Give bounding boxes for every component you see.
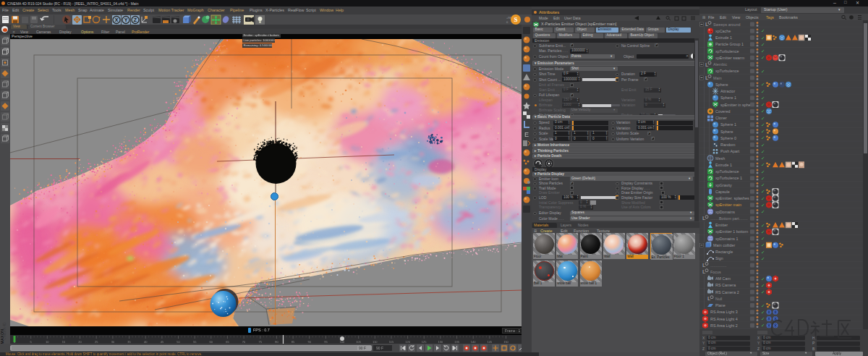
svg-text:90: 90 — [307, 340, 311, 344]
svg-text:✓: ✓ — [761, 242, 765, 247]
svg-text:Main collider: Main collider — [713, 243, 735, 247]
svg-text:✓: ✓ — [761, 169, 765, 174]
svg-text:Emitter: Emitter — [715, 223, 728, 227]
svg-text:70: 70 — [242, 340, 246, 344]
svg-text:Extrude 1: Extrude 1 — [715, 163, 732, 167]
svg-text:...............: ............... — [710, 263, 726, 268]
svg-text:xpDomains: xpDomains — [715, 210, 735, 214]
svg-text:✓: ✓ — [761, 162, 765, 167]
svg-text:RS Camera: RS Camera — [715, 283, 736, 287]
svg-text:25: 25 — [95, 340, 98, 344]
svg-text:75: 75 — [259, 340, 263, 344]
svg-text:spEmitter. splashes: spEmitter. splashes — [715, 196, 749, 200]
svg-text:✓: ✓ — [761, 135, 765, 140]
svg-text:xpDomains 1: xpDomains 1 — [715, 237, 738, 241]
svg-text:115: 115 — [389, 340, 394, 344]
svg-text:10: 10 — [46, 340, 49, 344]
svg-text:✓: ✓ — [761, 42, 765, 47]
svg-text:140: 140 — [471, 340, 476, 344]
svg-text:✓: ✓ — [761, 323, 765, 328]
svg-text:spEmitter main: spEmitter main — [715, 203, 741, 207]
svg-text:S: S — [514, 16, 517, 23]
svg-text:Sphere: Sphere — [720, 130, 733, 134]
svg-text:20: 20 — [78, 340, 82, 344]
svg-text:✓: ✓ — [761, 209, 765, 214]
svg-text:Rectangle: Rectangle — [715, 250, 733, 254]
svg-text:✓: ✓ — [761, 116, 765, 121]
svg-text:✓: ✓ — [761, 223, 765, 228]
svg-text:✓: ✓ — [761, 122, 765, 127]
svg-text:RS Camera 2: RS Camera 2 — [715, 290, 739, 294]
svg-text:✓: ✓ — [761, 149, 765, 154]
svg-text:Sphere 1: Sphere 1 — [720, 96, 736, 100]
svg-text:40: 40 — [144, 340, 148, 344]
svg-text:✓: ✓ — [761, 182, 765, 187]
svg-text:✓: ✓ — [761, 303, 765, 308]
svg-text:✓: ✓ — [761, 289, 765, 294]
svg-text:✓: ✓ — [761, 28, 765, 33]
svg-text:RS Area Light 3: RS Area Light 3 — [710, 310, 738, 314]
svg-text:Particle Group 1: Particle Group 1 — [715, 42, 744, 46]
svg-text:xpTurbulence: xpTurbulence — [715, 69, 739, 73]
svg-text:E: E — [524, 131, 529, 138]
svg-text:✓: ✓ — [761, 283, 765, 288]
svg-text:30: 30 — [111, 340, 115, 344]
svg-text:Null: Null — [715, 297, 722, 301]
svg-text:Focus: Focus — [710, 270, 721, 274]
svg-text:120: 120 — [405, 340, 410, 344]
svg-text:125: 125 — [422, 340, 427, 344]
svg-text:80: 80 — [275, 340, 278, 344]
svg-text:✓: ✓ — [761, 69, 765, 74]
svg-text:Z: Z — [134, 17, 137, 22]
svg-text:xpEmitter swarm: xpEmitter swarm — [715, 56, 745, 60]
svg-text:Sphere 0: Sphere 0 — [720, 136, 736, 140]
svg-text:Sphere: Sphere — [715, 82, 728, 87]
svg-text:45: 45 — [161, 340, 164, 344]
svg-text:xpEmitter 1 bottom: xpEmitter 1 bottom — [715, 229, 749, 234]
svg-text:✓: ✓ — [761, 276, 765, 281]
svg-text:Main: Main — [713, 76, 722, 80]
svg-text:Plane: Plane — [715, 303, 726, 308]
svg-text:Capsule: Capsule — [715, 190, 730, 194]
svg-text:✓: ✓ — [761, 156, 765, 161]
svg-text:Cloner: Cloner — [715, 116, 727, 120]
svg-text:xpCache: xpCache — [715, 29, 731, 33]
svg-text:Sweeps around: Sweeps around — [713, 22, 740, 27]
svg-text:130: 130 — [438, 340, 443, 344]
svg-text:55: 55 — [193, 340, 197, 344]
svg-text:150: 150 — [503, 340, 509, 344]
svg-text:RS Area Light 2: RS Area Light 2 — [710, 323, 738, 328]
svg-text:Attractor: Attractor — [720, 89, 736, 93]
svg-text:✓: ✓ — [761, 129, 765, 134]
svg-text:✓: ✓ — [761, 48, 765, 54]
svg-text:✓: ✓ — [761, 316, 765, 321]
svg-text:Sign: Sign — [715, 256, 723, 260]
svg-text:X: X — [115, 17, 119, 22]
svg-text:........Bottom part........: ........Bottom part........ — [710, 216, 748, 221]
svg-text:65: 65 — [226, 340, 229, 344]
svg-text:60: 60 — [210, 340, 213, 344]
svg-text:15: 15 — [62, 340, 66, 344]
svg-text:✓: ✓ — [761, 96, 765, 101]
svg-text:Mesh: Mesh — [715, 156, 725, 161]
svg-text:✓: ✓ — [761, 256, 765, 261]
svg-text:Y: Y — [124, 17, 128, 22]
svg-text:✓: ✓ — [761, 229, 765, 234]
svg-text:✓: ✓ — [761, 82, 765, 87]
svg-text:xpTurbulence 1: xpTurbulence 1 — [715, 176, 742, 180]
svg-text:135: 135 — [454, 340, 459, 344]
svg-text:✓: ✓ — [761, 176, 765, 181]
svg-text:110: 110 — [373, 340, 378, 344]
svg-text:spEmitter in sphere: spEmitter in sphere — [720, 103, 754, 107]
svg-text:xpTurbulence: xpTurbulence — [715, 169, 739, 174]
svg-text:Sphere 1: Sphere 1 — [720, 122, 736, 127]
svg-text:✓: ✓ — [761, 236, 765, 241]
svg-text:85: 85 — [292, 340, 295, 344]
svg-text:✓: ✓ — [761, 196, 765, 201]
svg-text:✓: ✓ — [761, 250, 765, 255]
svg-text:✓: ✓ — [761, 35, 765, 41]
svg-text:145: 145 — [488, 340, 493, 344]
svg-text:50: 50 — [176, 340, 180, 344]
svg-text:✓: ✓ — [761, 203, 765, 208]
svg-text:105: 105 — [356, 340, 361, 344]
